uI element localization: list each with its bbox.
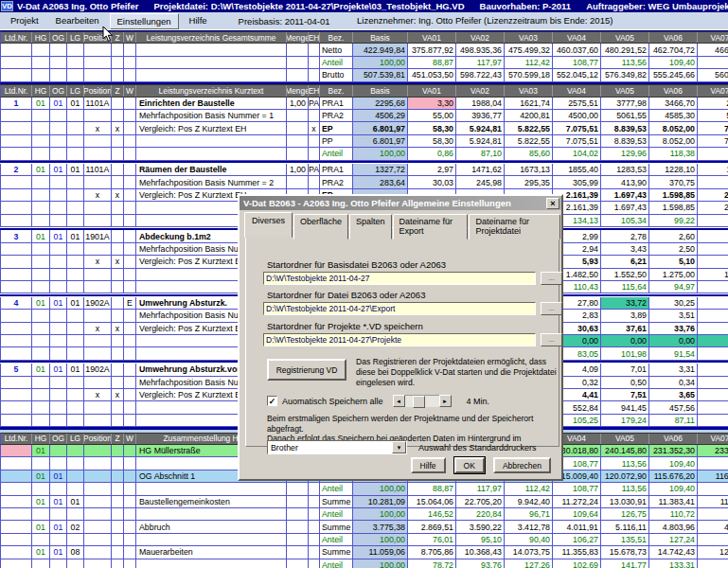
cell-va05[interactable]: 3,89 — [601, 310, 649, 321]
cell-z[interactable] — [112, 148, 124, 159]
cell-ltdnr[interactable] — [1, 415, 32, 426]
cell-lg[interactable] — [67, 415, 84, 426]
cell-og[interactable] — [50, 110, 67, 121]
cell-va07[interactable]: 2 — [698, 323, 728, 334]
cell-va05[interactable]: 7,01 — [601, 364, 649, 375]
cell-hg[interactable]: 01 — [32, 470, 50, 482]
cell-va07[interactable]: 1 — [698, 508, 728, 520]
cell-z[interactable] — [112, 310, 124, 321]
cell-hg[interactable] — [32, 508, 50, 520]
cell-va02[interactable]: 87,10 — [456, 148, 505, 159]
cell-og[interactable] — [50, 401, 67, 413]
cell-z[interactable] — [112, 483, 124, 494]
cell-z[interactable] — [112, 281, 124, 293]
cell-z[interactable] — [112, 457, 124, 469]
cell-va07[interactable]: 9 — [698, 281, 728, 293]
cell-lg[interactable]: 08 — [67, 546, 84, 558]
cell-va04[interactable]: 1855,40 — [553, 164, 601, 175]
cell-va02[interactable]: 93,76 — [456, 559, 505, 568]
cell-w[interactable] — [124, 483, 136, 494]
cell-position[interactable] — [84, 508, 112, 520]
cell-ltdnr[interactable] — [1, 546, 32, 558]
cell-va06[interactable]: 30,25 — [649, 297, 698, 309]
cell-va05[interactable]: 105,34 — [601, 215, 649, 226]
cell-va03[interactable]: 96,71 — [505, 508, 553, 520]
cell-va07[interactable]: 116.69 — [698, 470, 728, 482]
cell-hg[interactable] — [32, 189, 50, 201]
cell-ltdnr[interactable] — [1, 122, 32, 133]
cell-va02[interactable]: 3936,77 — [456, 110, 505, 121]
cell-z[interactable] — [112, 230, 124, 241]
cell-basis[interactable]: 10.281,09 — [353, 496, 408, 507]
cell-lg[interactable] — [67, 534, 84, 545]
cell-bez[interactable]: EP — [320, 122, 353, 133]
cell-lg[interactable] — [67, 256, 84, 267]
cell-ltdnr[interactable] — [1, 559, 32, 568]
cell-va05[interactable]: 1.697,43 — [601, 202, 649, 213]
cell-lg[interactable]: 01 — [67, 364, 84, 375]
cell-position[interactable] — [84, 269, 112, 280]
cell-text[interactable] — [136, 559, 287, 568]
cell-bez[interactable]: PRA2 — [320, 110, 353, 121]
cell-va06[interactable]: 5,10 — [649, 256, 698, 267]
cell-va05[interactable]: 15.678,73 — [601, 546, 649, 558]
cell-hg[interactable] — [32, 534, 50, 545]
cell-ltdnr[interactable] — [1, 57, 32, 68]
cell-z[interactable] — [112, 69, 124, 80]
cell-lg[interactable] — [67, 470, 84, 482]
cell-menge[interactable] — [287, 57, 309, 68]
cell-eh[interactable] — [309, 69, 320, 80]
cell-menge[interactable] — [287, 122, 309, 133]
cell-va02[interactable]: 3.590,22 — [456, 521, 505, 532]
cell-z[interactable] — [112, 347, 124, 359]
cell-position[interactable] — [84, 148, 112, 159]
cell-va01[interactable]: 3,30 — [408, 98, 456, 109]
cell-position[interactable] — [84, 243, 112, 255]
cell-og[interactable] — [50, 483, 67, 494]
cell-position[interactable] — [84, 546, 112, 558]
cell-og[interactable] — [50, 269, 67, 280]
cell-og[interactable] — [50, 445, 67, 456]
slider-left-arrow-icon[interactable]: ◄ — [393, 395, 405, 407]
cell-hg[interactable]: 01 — [32, 164, 50, 175]
cell-lg[interactable] — [67, 483, 84, 494]
register-vd-button[interactable]: Registrierung VD — [267, 359, 346, 381]
cell-ltdnr[interactable] — [1, 135, 32, 147]
cell-hg[interactable] — [32, 269, 50, 280]
cell-hg[interactable] — [32, 377, 50, 388]
cell-w[interactable] — [124, 44, 136, 55]
cell-lg[interactable] — [67, 122, 84, 133]
cell-va02[interactable]: 220,84 — [456, 508, 505, 520]
cell-hg[interactable] — [32, 559, 50, 568]
cell-w[interactable] — [124, 215, 136, 226]
cell-position[interactable]: 1901A — [84, 230, 112, 241]
cell-ltdnr[interactable] — [1, 69, 32, 80]
cell-og[interactable] — [50, 347, 67, 359]
cell-z[interactable] — [112, 269, 124, 280]
cell-basis[interactable]: 100,00 — [353, 57, 408, 68]
cell-ltdnr[interactable] — [1, 323, 32, 334]
cell-va03[interactable]: 570.599,18 — [505, 69, 553, 80]
cell-va04[interactable]: 460.037,60 — [553, 44, 601, 55]
cell-va06[interactable]: 3,51 — [649, 310, 698, 321]
cell-bez[interactable]: PRA2 — [320, 176, 353, 187]
cell-position[interactable] — [84, 347, 112, 359]
cell-va07[interactable]: 1.32 — [698, 269, 728, 280]
cell-bez[interactable]: Anteil — [320, 559, 353, 568]
cell-va05[interactable]: 6,21 — [601, 256, 649, 267]
cell-z[interactable] — [112, 559, 124, 568]
cell-va06[interactable]: 109,40 — [649, 483, 698, 494]
cell-ltdnr[interactable] — [1, 335, 32, 346]
menu-item-hilfe[interactable]: Hilfe — [183, 13, 214, 29]
cell-menge[interactable] — [287, 496, 309, 507]
cell-va06[interactable]: 0,00 — [649, 335, 698, 346]
cell-ltdnr[interactable] — [1, 470, 32, 482]
cell-og[interactable] — [50, 310, 67, 321]
cell-z[interactable] — [112, 215, 124, 226]
cell-eh[interactable] — [309, 110, 320, 121]
cell-w[interactable] — [124, 445, 136, 456]
cell-w[interactable] — [124, 323, 136, 334]
cell-ltdnr[interactable] — [1, 148, 32, 159]
cell-eh[interactable] — [309, 559, 320, 568]
cell-va06[interactable]: 370,75 — [649, 176, 698, 187]
